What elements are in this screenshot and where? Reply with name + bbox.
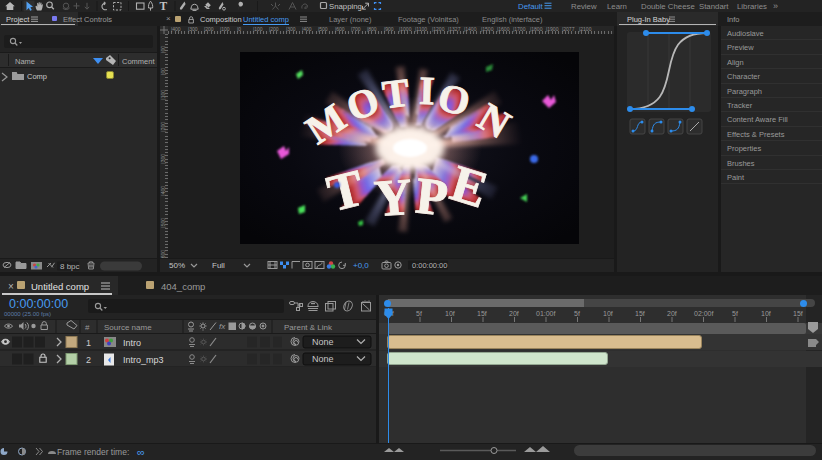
svg-text:8 bpc: 8 bpc [60, 262, 80, 271]
svg-text:Standart: Standart [699, 2, 729, 11]
svg-text:fx: fx [219, 322, 226, 331]
svg-text:#: # [85, 323, 90, 332]
svg-text:|900: |900 [384, 26, 394, 32]
svg-text:5f: 5f [732, 310, 738, 317]
svg-text:Intro_mp3: Intro_mp3 [123, 355, 164, 365]
svg-text:None: None [312, 337, 334, 347]
svg-text:5f: 5f [574, 310, 580, 317]
svg-text:|500: |500 [318, 26, 328, 32]
svg-text:|100: |100 [253, 26, 263, 32]
svg-text:50%: 50% [169, 261, 185, 270]
svg-text:2: 2 [86, 355, 91, 365]
svg-text:|200: |200 [204, 26, 214, 32]
svg-text:10f: 10f [445, 310, 455, 317]
svg-text:|1600: |1600 [497, 26, 510, 32]
svg-text:|1800: |1800 [530, 26, 543, 32]
svg-text:|300: |300 [188, 26, 198, 32]
svg-text:None: None [312, 354, 334, 364]
svg-text:|1900: |1900 [546, 26, 559, 32]
svg-text:|00: |00 [160, 46, 166, 53]
svg-text:|600: |600 [335, 26, 345, 32]
svg-text:Intro: Intro [123, 338, 141, 348]
svg-text:|1500: |1500 [481, 26, 494, 32]
svg-text:|400: |400 [171, 26, 181, 32]
svg-text:|300: |300 [286, 26, 296, 32]
svg-text:10f: 10f [603, 310, 613, 317]
svg-text:|500: |500 [160, 218, 166, 228]
svg-text:|200: |200 [269, 26, 279, 32]
svg-text:|1200: |1200 [432, 26, 445, 32]
svg-text:|1400: |1400 [464, 26, 477, 32]
svg-text:15f: 15f [793, 310, 803, 317]
svg-text:5f: 5f [416, 310, 422, 317]
svg-text:1: 1 [86, 338, 91, 348]
svg-text:|100: |100 [160, 90, 166, 100]
svg-text:10f: 10f [761, 310, 771, 317]
svg-text:|700: |700 [351, 26, 361, 32]
svg-text:|1000: |1000 [399, 26, 412, 32]
svg-text:Double Cheese: Double Cheese [641, 2, 695, 11]
svg-text:0:00:00:00: 0:00:00:00 [412, 261, 447, 270]
svg-text:|100: |100 [220, 26, 230, 32]
svg-text:|00: |00 [160, 68, 166, 75]
svg-text:|800: |800 [367, 26, 377, 32]
svg-text:Source name: Source name [104, 323, 152, 332]
svg-text:20f: 20f [509, 310, 519, 317]
svg-text:01:00f: 01:00f [536, 310, 556, 317]
svg-text:Snapping: Snapping [329, 2, 362, 11]
svg-text:20f: 20f [667, 310, 677, 317]
svg-text:|1100: |1100 [415, 26, 427, 32]
svg-text:Frame render time:: Frame render time: [57, 447, 129, 457]
svg-text:Learn: Learn [607, 2, 627, 11]
svg-text:Libraries: Libraries [737, 2, 767, 11]
svg-text:|300: |300 [160, 154, 166, 164]
svg-text:|2100: |2100 [579, 26, 592, 32]
svg-text:15f: 15f [635, 310, 645, 317]
svg-text:|1327: |1327 [448, 26, 461, 32]
svg-text:02:00f: 02:00f [694, 310, 714, 317]
svg-text:Review: Review [571, 2, 597, 11]
svg-text:|200: |200 [160, 122, 166, 132]
svg-text:15f: 15f [477, 310, 487, 317]
svg-text:Default: Default [518, 2, 544, 11]
svg-text:»: » [773, 1, 778, 11]
svg-text:|1700: |1700 [513, 26, 526, 32]
svg-text:|0: |0 [237, 26, 241, 32]
svg-text:+0,0: +0,0 [353, 261, 369, 270]
svg-text:|400: |400 [302, 26, 312, 32]
svg-text:∞: ∞ [137, 446, 145, 458]
svg-text:Parent & Link: Parent & Link [284, 323, 333, 332]
svg-text:|2077: |2077 [562, 26, 575, 32]
svg-text:T: T [160, 0, 168, 12]
svg-text:|400: |400 [160, 186, 166, 196]
svg-text:Full: Full [212, 261, 225, 270]
